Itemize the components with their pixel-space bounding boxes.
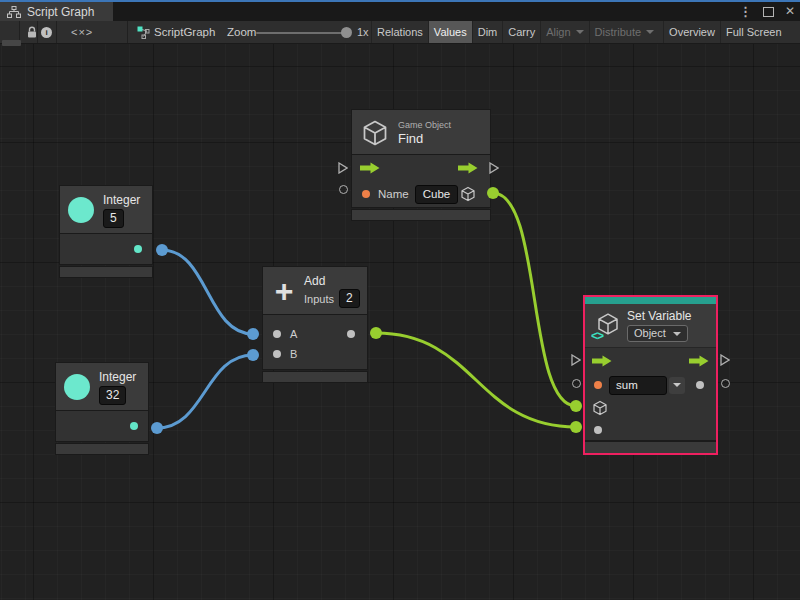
wire-endpoint[interactable] (370, 327, 382, 339)
overview-button[interactable]: Overview (663, 21, 720, 43)
node-footer (60, 267, 152, 277)
wire-add-sum-output-to-set-variable-value-input[interactable] (376, 333, 576, 427)
node-title: Add (304, 274, 360, 288)
node-integer-5[interactable]: Integer 5 (60, 186, 152, 277)
graph-canvas[interactable]: Integer 5 Integer 32 (0, 44, 800, 600)
name-label: Name (378, 188, 409, 200)
value-input-port[interactable] (594, 426, 602, 434)
name-input-port[interactable] (362, 190, 370, 198)
variable-scope-dropdown[interactable]: Object (627, 325, 688, 342)
node-footer (263, 372, 367, 382)
inputs-count-field[interactable]: 2 (339, 289, 360, 308)
flow-input-arrow-icon[interactable] (592, 355, 612, 367)
variable-name-field[interactable]: sum (609, 376, 667, 395)
value-in-marker-icon[interactable] (572, 379, 581, 388)
output-port[interactable] (347, 330, 355, 338)
output-port[interactable] (130, 422, 138, 430)
node-body: Name Cube (352, 155, 490, 207)
variable-name-port[interactable] (594, 381, 602, 389)
flow-out-marker-icon[interactable] (489, 162, 499, 174)
tab-script-graph[interactable]: Script Graph (0, 2, 113, 21)
input-port-b[interactable] (273, 350, 281, 358)
script-graph-window: Script Graph ⋮ ✕ <×> ScriptGraph Zoom 1x (0, 0, 800, 600)
code-angle-icon: <> (591, 329, 603, 343)
fullscreen-button[interactable]: Full Screen (720, 21, 787, 43)
node-title: Integer (99, 370, 136, 384)
zoom-label: Zoom (227, 21, 256, 43)
node-body (60, 234, 152, 264)
distribute-button[interactable]: Distribute (589, 21, 659, 43)
port-label: A (290, 328, 297, 340)
node-add[interactable]: + Add Inputs 2 A B (263, 267, 367, 382)
tab-bar: Script Graph ⋮ ✕ (0, 2, 800, 21)
node-body: A B (263, 315, 367, 369)
wire-integer-5-output-to-add-input-a[interactable] (162, 250, 253, 334)
values-button[interactable]: Values (428, 21, 472, 43)
graph-hierarchy-icon (7, 6, 21, 18)
node-gameobject-find[interactable]: Game Object Find Name Cube (352, 110, 490, 220)
variable-name-combo[interactable]: sum (609, 376, 685, 395)
wire-integer-32-output-to-add-input-b[interactable] (157, 355, 253, 428)
collapsed-panel-handle[interactable] (2, 40, 21, 46)
window-close-icon[interactable]: ✕ (785, 2, 795, 21)
flow-input-arrow-icon[interactable] (360, 162, 380, 174)
integer-value-field[interactable]: 32 (99, 386, 126, 405)
wire-endpoint[interactable] (570, 421, 582, 433)
value-in-marker-icon[interactable] (339, 185, 348, 194)
toolbar-buttons: Relations Values Dim Carry Align Distrib… (371, 21, 787, 43)
scriptgraph-icon (137, 26, 150, 39)
flow-in-marker-icon[interactable] (571, 354, 581, 366)
node-footer (352, 210, 490, 220)
tab-title: Script Graph (27, 5, 94, 19)
variable-name-dropdown-button[interactable] (669, 377, 685, 394)
wire-endpoint[interactable] (151, 422, 163, 434)
chevron-down-icon (646, 30, 654, 34)
lock-icon[interactable] (26, 26, 38, 39)
name-value-field[interactable]: Cube (415, 185, 459, 204)
integer-type-icon (68, 197, 94, 223)
node-footer (585, 442, 716, 453)
window-maximize-icon[interactable] (763, 7, 774, 17)
integer-type-icon (64, 374, 90, 400)
node-footer (56, 444, 148, 454)
align-button[interactable]: Align (540, 21, 588, 43)
toolbar-divider (56, 21, 57, 43)
set-variable-icon: <> (592, 312, 620, 340)
window-controls: ⋮ ✕ (739, 2, 795, 21)
code-icon[interactable]: <×> (71, 21, 93, 43)
relations-button[interactable]: Relations (371, 21, 428, 43)
object-input-port-icon[interactable] (592, 400, 608, 416)
wire-endpoint[interactable] (156, 244, 168, 256)
zoom-slider-track[interactable] (256, 32, 348, 34)
flow-out-marker-icon[interactable] (720, 354, 730, 366)
node-title: Find (398, 131, 451, 146)
graph-name-label[interactable]: ScriptGraph (154, 21, 215, 43)
cube-icon (361, 119, 389, 147)
chevron-down-icon (673, 383, 681, 387)
gameobject-output-port-icon[interactable] (460, 186, 476, 202)
window-menu-icon[interactable]: ⋮ (739, 2, 752, 21)
node-set-variable-selected[interactable]: <> Set Variable Object (583, 295, 718, 455)
wire-endpoint[interactable] (570, 400, 582, 412)
node-header: + Add Inputs 2 (263, 267, 367, 315)
node-header: <> Set Variable Object (585, 304, 716, 347)
wire-endpoint[interactable] (247, 349, 259, 361)
flow-output-arrow-icon[interactable] (458, 162, 478, 174)
value-output-port[interactable] (696, 381, 704, 389)
zoom-slider-handle[interactable] (341, 27, 352, 38)
input-port-a[interactable] (273, 330, 281, 338)
node-body (56, 411, 148, 441)
flow-in-marker-icon[interactable] (338, 162, 348, 174)
integer-value-field[interactable]: 5 (103, 209, 124, 228)
carry-button[interactable]: Carry (502, 21, 540, 43)
node-integer-32[interactable]: Integer 32 (56, 363, 148, 454)
flow-output-arrow-icon[interactable] (689, 355, 709, 367)
dim-button[interactable]: Dim (472, 21, 503, 43)
info-icon[interactable] (41, 27, 52, 38)
output-port[interactable] (134, 245, 142, 253)
wire-endpoint[interactable] (247, 328, 259, 340)
wire-find-gameobject-output-to-set-variable-object-input[interactable] (493, 193, 576, 406)
port-label: B (290, 348, 297, 360)
value-out-marker-icon[interactable] (721, 379, 730, 388)
chevron-down-icon (673, 332, 681, 336)
